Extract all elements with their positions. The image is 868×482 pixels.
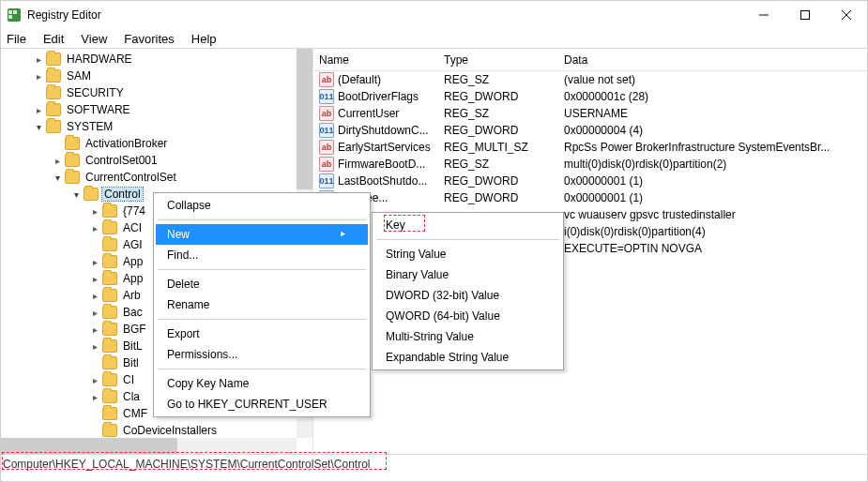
tree-item-controlset001[interactable]: ControlSet001 — [1, 152, 312, 169]
expand-icon[interactable] — [87, 288, 102, 303]
expand-icon[interactable] — [87, 254, 102, 269]
ctx-new-binary[interactable]: Binary Value — [374, 264, 561, 285]
ctx-copy-key-name[interactable]: Copy Key Name — [156, 373, 368, 394]
tree-item-currentcontrolset[interactable]: CurrentControlSet — [1, 169, 312, 186]
ctx-new-string[interactable]: String Value — [374, 244, 561, 264]
ctx-collapse[interactable]: Collapse — [156, 195, 368, 216]
list-row[interactable]: 011BootDriverFlagsREG_DWORD0x0000001c (2… — [313, 88, 867, 105]
folder-icon — [102, 272, 117, 285]
ctx-permissions[interactable]: Permissions... — [156, 344, 368, 365]
menu-help[interactable]: Help — [190, 31, 219, 47]
value-name: EarlyStartServices — [338, 141, 431, 154]
folder-icon — [65, 154, 80, 167]
value-data: 0x00000001 (1) — [558, 191, 867, 204]
expand-icon — [87, 406, 102, 421]
expand-icon[interactable] — [50, 170, 65, 185]
expand-icon[interactable] — [87, 389, 102, 404]
expand-icon[interactable] — [87, 203, 102, 218]
menu-edit[interactable]: Edit — [41, 31, 66, 47]
ctx-goto-hkcu[interactable]: Go to HKEY_CURRENT_USER — [156, 394, 368, 414]
list-row[interactable]: abEarlyStartServicesREG_MULTI_SZRpcSs Po… — [313, 139, 867, 156]
value-data: multi(0)disk(0)rdisk(0)partition(2) — [558, 158, 867, 171]
value-data: 0x0000001c (28) — [558, 90, 867, 103]
expand-icon[interactable] — [31, 52, 46, 67]
folder-icon — [102, 221, 117, 234]
ctx-delete[interactable]: Delete — [156, 274, 368, 294]
list-row[interactable]: 011LastBootShutdo...REG_DWORD0x00000001 … — [313, 173, 867, 189]
folder-icon — [102, 289, 117, 302]
folder-icon — [46, 120, 61, 133]
expand-icon[interactable] — [87, 305, 102, 320]
titlebar: Registry Editor — [1, 1, 867, 29]
folder-icon — [102, 339, 117, 353]
value-data: EXECUTE=OPTIN NOVGA — [558, 242, 867, 255]
value-type: REG_DWORD — [438, 90, 558, 103]
ctx-new-dword[interactable]: DWORD (32-bit) Value — [374, 285, 561, 306]
menu-favorites[interactable]: Favorites — [122, 31, 175, 47]
expand-icon[interactable] — [87, 220, 102, 235]
value-name: LastBootShutdo... — [338, 174, 427, 188]
status-path: Computer\HKEY_LOCAL_MACHINE\SYSTEM\Curre… — [3, 458, 370, 471]
tree-item-activationbroker[interactable]: ActivationBroker — [1, 135, 312, 152]
expand-icon[interactable] — [69, 187, 84, 202]
tree-item-hardware[interactable]: HARDWARE — [1, 51, 312, 68]
ctx-rename[interactable]: Rename — [156, 294, 368, 315]
expand-icon[interactable] — [87, 271, 102, 286]
folder-icon — [46, 103, 61, 116]
expand-icon[interactable] — [87, 339, 102, 354]
column-header-data[interactable]: Data — [558, 53, 867, 67]
folder-icon — [102, 373, 117, 386]
folder-icon — [102, 390, 117, 403]
menu-view[interactable]: View — [79, 31, 109, 47]
minimize-button[interactable] — [743, 2, 784, 28]
value-type: REG_SZ — [438, 107, 558, 120]
svg-rect-1 — [8, 10, 12, 14]
ctx-export[interactable]: Export — [156, 324, 368, 344]
ctx-new[interactable]: New — [156, 224, 368, 245]
value-name: FirmwareBootD... — [338, 158, 425, 171]
expand-icon[interactable] — [87, 322, 102, 337]
folder-icon — [102, 255, 117, 268]
ctx-new-expandstring[interactable]: Expandable String Value — [374, 347, 561, 368]
content-area: HARDWARE SAM SECURITY SOFTWARE SYSTEM Ac… — [1, 49, 867, 454]
list-row[interactable]: ab(Default)REG_SZ(value not set) — [313, 71, 867, 88]
tree-item-codeviceinstallers[interactable]: CoDeviceInstallers — [1, 422, 312, 439]
expand-icon[interactable] — [31, 119, 46, 134]
ctx-new-multistring[interactable]: Multi-String Value — [374, 326, 561, 347]
expand-icon — [50, 136, 65, 151]
expand-icon[interactable] — [31, 68, 46, 83]
list-row[interactable]: 011DirtyShutdownC...REG_DWORD0x00000004 … — [313, 122, 867, 139]
ctx-new-qword[interactable]: QWORD (64-bit) Value — [374, 306, 561, 326]
tree-item-sam[interactable]: SAM — [1, 68, 312, 84]
column-header-type[interactable]: Type — [438, 53, 558, 67]
svg-rect-5 — [801, 11, 810, 20]
expand-icon[interactable] — [50, 153, 65, 168]
expand-icon[interactable] — [31, 102, 46, 117]
folder-icon — [102, 204, 117, 218]
menu-file[interactable]: File — [5, 31, 28, 47]
value-data: i(0)disk(0)rdisk(0)partition(4) — [558, 225, 867, 238]
binary-value-icon: 011 — [319, 173, 334, 188]
value-type: REG_DWORD — [438, 124, 558, 137]
maximize-button[interactable] — [784, 2, 826, 28]
folder-icon — [102, 238, 117, 251]
expand-icon[interactable] — [87, 372, 102, 387]
statusbar: Computer\HKEY_LOCAL_MACHINE\SYSTEM\Curre… — [1, 454, 867, 474]
tree-item-security[interactable]: SECURITY — [1, 84, 312, 101]
list-row[interactable]: 011tSuccee...REG_DWORD0x00000001 (1) — [313, 189, 867, 206]
close-button[interactable] — [826, 2, 867, 28]
ctx-new-key[interactable]: Key — [374, 215, 561, 235]
list-row[interactable]: abCurrentUserREG_SZUSERNAME — [313, 105, 867, 122]
column-header-name[interactable]: Name — [313, 53, 438, 67]
ctx-find[interactable]: Find... — [156, 245, 368, 265]
menubar: File Edit View Favorites Help — [1, 29, 867, 48]
tree-item-system[interactable]: SYSTEM — [1, 118, 312, 135]
tree-item-software[interactable]: SOFTWARE — [1, 101, 312, 118]
folder-icon — [102, 356, 117, 369]
tree-horizontal-scrollbar[interactable] — [1, 438, 297, 454]
value-name: DirtyShutdownC... — [338, 124, 429, 137]
list-row[interactable]: abFirmwareBootD...REG_SZmulti(0)disk(0)r… — [313, 156, 867, 173]
svg-rect-3 — [8, 15, 12, 19]
value-type: REG_MULTI_SZ — [438, 141, 558, 154]
list-header: Name Type Data — [313, 49, 867, 71]
